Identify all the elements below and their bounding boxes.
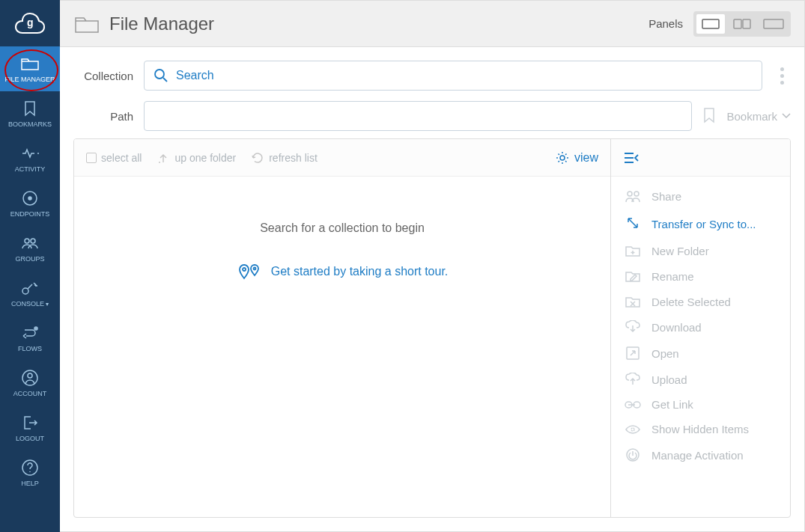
svg-point-18 (628, 192, 632, 196)
svg-text:g: g (27, 16, 34, 28)
collection-label: Collection (73, 70, 133, 82)
sidebar-item-groups[interactable]: GROUPS (0, 226, 60, 271)
bookmark-dropdown[interactable]: Bookmark (726, 110, 791, 123)
sidebar: g FILE MANAGER BOOKMARKS ACTIVITY (0, 0, 60, 532)
nav-label: HELP (21, 480, 39, 487)
svg-point-14 (155, 70, 164, 79)
action-new-folder[interactable]: New Folder (611, 238, 790, 263)
action-get-link[interactable]: Get Link (611, 392, 790, 417)
endpoints-icon (22, 189, 38, 207)
header: File Manager Panels (60, 1, 804, 47)
sidebar-item-console[interactable]: CONSOLE▾ (0, 271, 60, 316)
page-title: File Manager (109, 13, 214, 34)
svg-point-3 (25, 239, 29, 243)
tour-pins-icon (237, 262, 264, 281)
rename-icon (625, 269, 641, 283)
nav-label: ACCOUNT (13, 390, 47, 397)
path-label: Path (73, 110, 133, 123)
power-icon (625, 447, 641, 462)
account-icon (22, 369, 38, 387)
action-transfer[interactable]: Transfer or Sync to... (611, 210, 790, 238)
svg-rect-12 (743, 19, 750, 28)
collection-search[interactable] (144, 61, 762, 91)
svg-point-5 (22, 288, 28, 294)
empty-state-text: Search for a collection to begin (260, 221, 425, 235)
panel-wide-button[interactable] (759, 14, 788, 34)
select-all-button[interactable]: select all (86, 152, 142, 164)
logout-icon (22, 414, 38, 432)
download-icon (625, 320, 641, 334)
search-icon (154, 68, 168, 83)
action-show-hidden[interactable]: Show Hidden Items (611, 417, 790, 441)
svg-point-2 (28, 197, 31, 200)
view-button[interactable]: view (555, 150, 598, 165)
nav-label: FILE MANAGER (4, 76, 55, 83)
sidebar-item-bookmarks[interactable]: BOOKMARKS (0, 91, 60, 136)
help-icon (22, 459, 38, 477)
link-icon (625, 400, 641, 410)
nav-label: GROUPS (15, 255, 44, 263)
sidebar-item-activity[interactable]: ACTIVITY (0, 136, 60, 181)
svg-point-23 (631, 428, 634, 431)
svg-point-19 (634, 192, 639, 196)
svg-point-4 (31, 239, 35, 243)
transfer-icon (625, 215, 641, 232)
bookmark-icon (24, 100, 36, 117)
share-icon (625, 189, 641, 204)
panel-single-button[interactable] (696, 14, 725, 34)
sidebar-item-flows[interactable]: FLOWS (0, 316, 60, 361)
flows-icon (22, 324, 38, 342)
path-input[interactable] (144, 101, 692, 131)
svg-point-17 (253, 268, 255, 270)
svg-rect-10 (702, 19, 719, 28)
svg-point-15 (560, 156, 565, 160)
more-button[interactable] (773, 67, 791, 85)
sidebar-item-help[interactable]: HELP (0, 450, 60, 495)
action-download[interactable]: Download (611, 314, 790, 340)
sidebar-item-file-manager[interactable]: FILE MANAGER (0, 46, 60, 91)
action-manage-activation[interactable]: Manage Activation (611, 441, 790, 468)
nav-label: LOGOUT (16, 435, 44, 442)
up-one-folder-button[interactable]: up one folder (157, 152, 236, 164)
action-open[interactable]: Open (611, 340, 790, 367)
refresh-list-button[interactable]: refresh list (251, 151, 318, 165)
nav-label: ENDPOINTS (10, 210, 50, 218)
groups-icon (20, 234, 40, 252)
bookmark-icon (702, 101, 716, 131)
panel-toggle-group (693, 11, 791, 37)
checkbox-icon (86, 153, 97, 163)
sidebar-item-logout[interactable]: LOGOUT (0, 406, 60, 450)
svg-rect-13 (764, 19, 783, 28)
delete-icon (625, 295, 641, 308)
action-delete[interactable]: Delete Selected (611, 289, 790, 314)
collapse-panel-button[interactable] (623, 151, 640, 165)
gear-icon (555, 150, 570, 165)
nav-label: BOOKMARKS (8, 120, 52, 128)
open-icon (625, 346, 641, 361)
search-input[interactable] (176, 69, 753, 82)
svg-point-16 (243, 268, 246, 271)
activity-icon (21, 144, 39, 162)
action-rename[interactable]: Rename (611, 263, 790, 289)
sidebar-item-endpoints[interactable]: ENDPOINTS (0, 181, 60, 226)
nav-label: ACTIVITY (15, 165, 46, 173)
svg-rect-11 (734, 19, 741, 28)
up-arrow-icon (157, 152, 170, 164)
nav-label: FLOWS (18, 345, 42, 352)
action-upload[interactable]: Upload (611, 367, 790, 392)
refresh-icon (251, 151, 264, 165)
tour-link[interactable]: Get started by taking a short tour. (237, 262, 449, 281)
svg-point-8 (28, 373, 32, 378)
panels-label: Panels (648, 17, 683, 30)
upload-icon (625, 373, 641, 386)
list-toolbar: select all up one folder refresh list (74, 139, 610, 177)
new-folder-icon (625, 244, 641, 257)
sidebar-item-account[interactable]: ACCOUNT (0, 361, 60, 406)
logo: g (0, 0, 60, 46)
folder-icon (20, 55, 40, 73)
panel-split-button[interactable] (728, 14, 756, 34)
action-share[interactable]: Share (611, 183, 790, 210)
nav-label: CONSOLE▾ (11, 300, 49, 308)
folder-icon (73, 13, 100, 34)
eye-icon (625, 424, 641, 435)
